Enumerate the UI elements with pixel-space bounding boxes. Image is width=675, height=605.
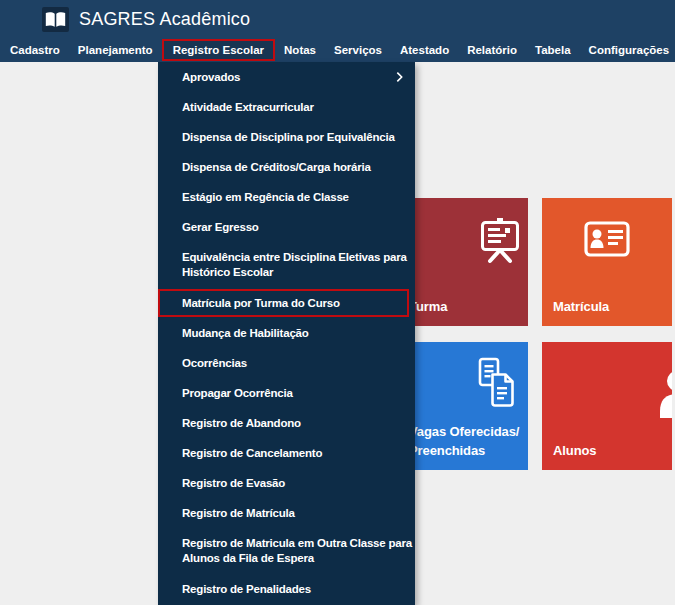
menu-item-label: Registro de Matrícula bbox=[182, 506, 295, 521]
menu-item-label: Registro de Abandono bbox=[182, 416, 301, 431]
tile-matricula[interactable]: Matrícula bbox=[542, 198, 672, 326]
app-logo bbox=[42, 7, 69, 32]
menu-item-label: Ocorrências bbox=[182, 356, 247, 371]
menu-item-label: Equivalência entre Disciplina Eletivas p… bbox=[182, 250, 407, 280]
menu-item-estagio-em-regencia-de-classe[interactable]: Estágio em Regência de Classe bbox=[158, 182, 415, 212]
menu-item-label: Dispensa de Créditos/Carga horária bbox=[182, 160, 371, 175]
menubar-item-notas[interactable]: Notas bbox=[275, 38, 325, 62]
menu-item-registro-de-penalidades[interactable]: Registro de Penalidades bbox=[158, 574, 415, 604]
menu-item-label: Registro de Evasão bbox=[182, 476, 285, 491]
tile-label-line: Preenchidas bbox=[409, 441, 519, 460]
menubar-item-label: Planejamento bbox=[78, 44, 153, 56]
menu-item-registro-de-matricula-em-outra-classe-para[interactable]: Registro de Matricula em Outra Classe pa… bbox=[158, 528, 415, 574]
menubar: CadastroPlanejamentoRegistro EscolarNota… bbox=[0, 38, 675, 62]
menu-item-label: Dispensa de Disciplina por Equivalência bbox=[182, 130, 395, 145]
menu-item-label: Aprovados bbox=[182, 70, 240, 85]
menu-item-registro-de-cancelamento[interactable]: Registro de Cancelamento bbox=[158, 438, 415, 468]
menu-item-equivalencia-entre-disciplina-eletivas-para[interactable]: Equivalência entre Disciplina Eletivas p… bbox=[158, 242, 415, 288]
menu-item-ocorrencias[interactable]: Ocorrências bbox=[158, 348, 415, 378]
menu-item-aprovados[interactable]: Aprovados bbox=[158, 62, 415, 92]
content-area: Turma Matrícula Vagas Oferecidas/Preench… bbox=[0, 62, 675, 605]
menubar-item-registro-escolar[interactable]: Registro Escolar bbox=[162, 39, 275, 61]
menu-item-mudanca-de-habilitacao[interactable]: Mudança de Habilitação bbox=[158, 318, 415, 348]
menubar-item-label: Cadastro bbox=[10, 44, 60, 56]
menu-item-propagar-ocorrencia[interactable]: Propagar Ocorrência bbox=[158, 378, 415, 408]
menu-item-label: Matrícula por Turma do Curso bbox=[182, 296, 340, 311]
menu-item-atividade-extracurricular[interactable]: Atividade Extracurricular bbox=[158, 92, 415, 122]
menu-item-label: Mudança de Habilitação bbox=[182, 326, 309, 341]
tile-label: Alunos bbox=[553, 441, 596, 460]
app-title: SAGRES Acadêmico bbox=[79, 0, 250, 38]
person-icon bbox=[659, 370, 672, 418]
tile-label-line: Matrícula bbox=[553, 297, 609, 316]
tile-label: Matrícula bbox=[553, 297, 609, 316]
menubar-item-configuracoes[interactable]: Configurações bbox=[580, 38, 675, 62]
registro-escolar-dropdown-menu: AprovadosAtividade ExtracurricularDispen… bbox=[158, 62, 415, 605]
tile-label-line: Alunos bbox=[553, 441, 596, 460]
menubar-item-tabela[interactable]: Tabela bbox=[526, 38, 580, 62]
menu-item-registro-de-abandono[interactable]: Registro de Abandono bbox=[158, 408, 415, 438]
app-window: SAGRES Acadêmico CadastroPlanejamentoReg… bbox=[0, 0, 675, 605]
menu-item-label: Estágio em Regência de Classe bbox=[182, 190, 349, 205]
menu-item-dispensa-de-disciplina-por-equivalencia[interactable]: Dispensa de Disciplina por Equivalência bbox=[158, 122, 415, 152]
menubar-item-label: Relatório bbox=[467, 44, 517, 56]
menubar-item-planejamento[interactable]: Planejamento bbox=[69, 38, 162, 62]
menubar-item-cadastro[interactable]: Cadastro bbox=[0, 38, 69, 62]
app-header: SAGRES Acadêmico bbox=[0, 0, 675, 38]
id-card-icon bbox=[584, 221, 630, 257]
presentation-board-icon bbox=[480, 218, 520, 264]
menubar-item-relatorio[interactable]: Relatório bbox=[458, 38, 526, 62]
open-book-icon bbox=[45, 11, 66, 28]
menu-item-label: Atividade Extracurricular bbox=[182, 100, 314, 115]
menu-item-dispensa-de-creditos-carga-horaria[interactable]: Dispensa de Créditos/Carga horária bbox=[158, 152, 415, 182]
menubar-item-label: Serviços bbox=[334, 44, 382, 56]
menubar-item-label: Tabela bbox=[535, 44, 571, 56]
menu-item-label: Registro de Cancelamento bbox=[182, 446, 322, 461]
chevron-right-icon bbox=[396, 72, 403, 83]
menu-item-matricula-por-turma-do-curso[interactable]: Matrícula por Turma do Curso bbox=[158, 288, 415, 318]
tile-label: Vagas Oferecidas/Preenchidas bbox=[409, 422, 519, 460]
menubar-item-label: Notas bbox=[284, 44, 316, 56]
menubar-item-label: Atestado bbox=[400, 44, 449, 56]
menu-item-registro-de-matricula[interactable]: Registro de Matrícula bbox=[158, 498, 415, 528]
menu-item-label: Registro de Penalidades bbox=[182, 582, 311, 597]
menu-item-label: Registro de Matricula em Outra Classe pa… bbox=[182, 536, 412, 566]
stacked-documents-icon bbox=[478, 357, 516, 407]
tile-vagas[interactable]: Vagas Oferecidas/Preenchidas bbox=[398, 342, 528, 470]
tile-label-line: Vagas Oferecidas/ bbox=[409, 422, 519, 441]
menubar-item-label: Registro Escolar bbox=[173, 44, 264, 56]
menubar-item-label: Configurações bbox=[589, 44, 670, 56]
menu-item-label: Gerar Egresso bbox=[182, 220, 259, 235]
tile-turma[interactable]: Turma bbox=[398, 198, 528, 326]
tile-alunos[interactable]: Alunos bbox=[542, 342, 672, 470]
menu-item-registro-de-evasao[interactable]: Registro de Evasão bbox=[158, 468, 415, 498]
menubar-item-servicos[interactable]: Serviços bbox=[325, 38, 391, 62]
menu-item-label: Propagar Ocorrência bbox=[182, 386, 293, 401]
menubar-item-atestado[interactable]: Atestado bbox=[391, 38, 458, 62]
menu-item-gerar-egresso[interactable]: Gerar Egresso bbox=[158, 212, 415, 242]
